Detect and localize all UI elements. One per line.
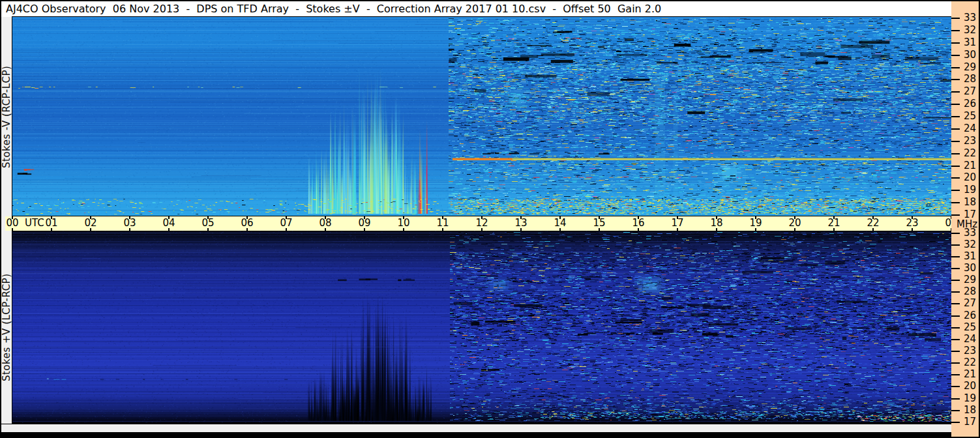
hour-tick xyxy=(403,228,404,231)
hour-tick xyxy=(716,216,717,219)
hour-tick xyxy=(442,228,443,231)
hour-tick xyxy=(599,228,600,231)
freq-label: 28 xyxy=(959,285,976,297)
hour-tick xyxy=(207,228,209,231)
freq-label: 25 xyxy=(959,321,976,333)
freq-label: 29 xyxy=(959,274,976,285)
hour-tick xyxy=(716,228,717,231)
hour-tick xyxy=(364,216,365,219)
hour-tick xyxy=(794,216,795,219)
hour-tick xyxy=(872,216,874,219)
hour-tick xyxy=(481,228,483,231)
hour-tick xyxy=(403,216,404,219)
stokes-plus-v-panel xyxy=(12,230,952,424)
frequency-axis: MHz 333231302928272625242322212019181733… xyxy=(951,1,979,437)
hour-tick xyxy=(325,216,326,219)
hour-tick xyxy=(51,216,52,219)
hour-tick xyxy=(90,216,91,219)
freq-label: 30 xyxy=(959,262,976,274)
hour-tick xyxy=(286,228,287,231)
stokes-minus-v-label: Stokes -V (RCP-LCP) xyxy=(1,17,12,216)
freq-label: 26 xyxy=(959,310,976,321)
freq-label: 19 xyxy=(959,392,976,404)
freq-label: 33 xyxy=(959,227,976,239)
hour-tick xyxy=(246,216,248,219)
observation-title: AJ4CO Observatory 06 Nov 2013 - DPS on T… xyxy=(6,1,661,17)
freq-label: 22 xyxy=(959,357,976,368)
freq-label: 31 xyxy=(959,36,976,48)
freq-label: 27 xyxy=(959,297,976,309)
hour-tick xyxy=(207,216,209,219)
hour-tick xyxy=(481,216,483,219)
hour-tick xyxy=(872,228,874,231)
hour-tick xyxy=(638,216,639,219)
hour-tick xyxy=(442,216,443,219)
freq-label: 24 xyxy=(959,123,976,134)
freq-label: 29 xyxy=(959,61,976,73)
hour-tick xyxy=(599,216,600,219)
hour-tick xyxy=(677,228,678,231)
freq-label: 25 xyxy=(959,110,976,122)
hour-tick xyxy=(129,216,130,219)
hour-tick xyxy=(286,216,287,219)
freq-label: 20 xyxy=(959,380,976,392)
time-axis: UTC 000102030405060708091011121314151617… xyxy=(5,216,951,231)
freq-label: 26 xyxy=(959,98,976,110)
stokes-plus-v-spectrogram xyxy=(12,231,951,423)
hour-tick xyxy=(520,228,522,231)
hour-tick xyxy=(364,228,365,231)
freq-label: 32 xyxy=(959,24,976,36)
freq-label: 21 xyxy=(959,368,976,380)
hour-tick xyxy=(246,228,248,231)
hour-tick xyxy=(833,228,835,231)
freq-label: 33 xyxy=(959,12,976,23)
hour-tick xyxy=(794,228,795,231)
freq-label: 20 xyxy=(959,171,976,183)
freq-label: 32 xyxy=(959,239,976,250)
hour-tick xyxy=(325,228,326,231)
freq-label: 19 xyxy=(959,184,976,196)
freq-label: 22 xyxy=(959,147,976,159)
freq-label: 24 xyxy=(959,333,976,345)
hour-tick xyxy=(833,216,835,219)
freq-label: 17 xyxy=(959,209,976,220)
hour-tick xyxy=(12,216,13,219)
hour-tick xyxy=(520,216,522,219)
hour-tick xyxy=(677,216,678,219)
hour-tick xyxy=(12,228,13,231)
bottom-margin-strip xyxy=(1,424,951,432)
hour-tick xyxy=(912,216,913,219)
freq-label: 30 xyxy=(959,49,976,61)
hour-tick xyxy=(168,228,170,231)
freq-label: 23 xyxy=(959,345,976,357)
hour-tick xyxy=(755,228,756,231)
stokes-minus-v-panel xyxy=(12,16,952,216)
hour-tick xyxy=(559,216,561,219)
freq-label: 17 xyxy=(959,416,976,428)
hour-tick xyxy=(90,228,91,231)
freq-label: 18 xyxy=(959,404,976,416)
hour-tick xyxy=(559,228,561,231)
freq-label: 28 xyxy=(959,73,976,85)
hour-tick xyxy=(912,228,913,231)
hour-tick xyxy=(129,228,130,231)
utc-unit-label: UTC xyxy=(25,216,44,230)
freq-label: 21 xyxy=(959,160,976,171)
hour-tick xyxy=(755,216,756,219)
freq-label: 31 xyxy=(959,250,976,262)
hour-tick xyxy=(168,216,170,219)
freq-label: 23 xyxy=(959,135,976,147)
stokes-plus-v-label: Stokes +V (LCP-RCP) xyxy=(1,231,12,424)
spectrograph-window: AJ4CO Observatory 06 Nov 2013 - DPS on T… xyxy=(0,0,980,438)
hour-tick xyxy=(51,228,52,231)
hour-tick xyxy=(638,228,639,231)
title-bar: AJ4CO Observatory 06 Nov 2013 - DPS on T… xyxy=(1,1,951,17)
freq-label: 18 xyxy=(959,196,976,208)
freq-label: 27 xyxy=(959,85,976,97)
stokes-minus-v-spectrogram xyxy=(12,17,951,216)
